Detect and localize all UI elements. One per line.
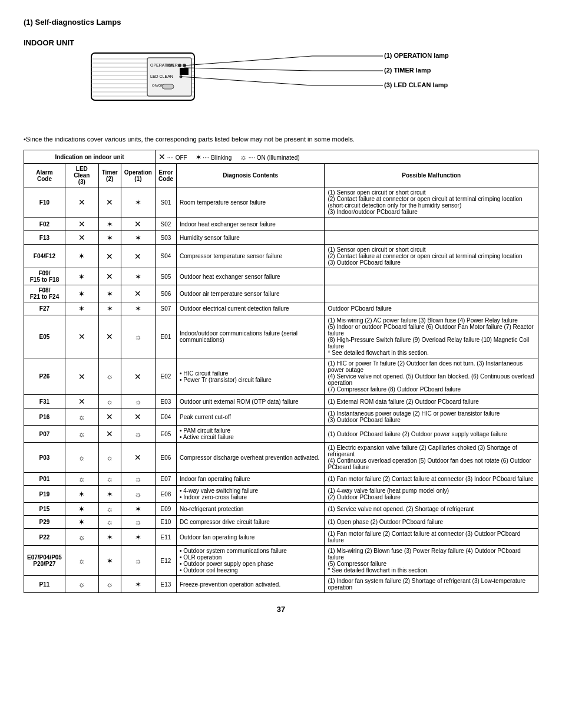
svg-line-25 (181, 77, 312, 85)
section-title: (1) Self-diagnostics Lamps (24, 18, 538, 27)
table-row: E05✕✕☼E01Indoor/outdoor communications f… (24, 315, 538, 358)
table-row: E07/P04/P05P20/P27☼✶☼E12• Outdoor system… (24, 546, 538, 576)
page-number: 37 (24, 605, 538, 614)
table-row: F27✶✶✶S07Outdoor electrical current dete… (24, 302, 538, 315)
alarm-code-col: AlarmCode (24, 164, 65, 187)
note-text: •Since the indications cover various uni… (24, 136, 538, 143)
svg-rect-16 (180, 68, 189, 75)
table-row: P22☼✶✶E11Outdoor fan operating failure(1… (24, 529, 538, 546)
table-row: P16☼✕✕E04Peak current cut-off(1) Instant… (24, 409, 538, 426)
svg-point-13 (178, 64, 181, 67)
table-row: P19✶✶☼E08• 4-way valve switching failure… (24, 486, 538, 503)
table-row: F02✕✶✕S02Indoor heat exchanger sensor fa… (24, 218, 538, 231)
svg-text:LED CLEAN: LED CLEAN (150, 74, 173, 78)
indoor-unit-label: INDOOR UNIT (24, 38, 74, 47)
malfunction-col: Possible Malfunction (325, 164, 538, 187)
table-row: F31✕☼☼E03Outdoor unit external ROM (OTP … (24, 395, 538, 409)
table-row: P03☼☼✕E06Compressor discharge overheat p… (24, 443, 538, 473)
diagram-section: INDOOR UNIT OPERATION TIMER (24, 38, 538, 121)
table-row: F04/F12✶✕✕S04Compressor temperature sens… (24, 245, 538, 268)
svg-line-23 (184, 68, 312, 71)
svg-text:(3) LED CLEAN lamp: (3) LED CLEAN lamp (384, 81, 448, 88)
diagnostics-table: Indication on indoor unit✕ ···· OFF ✶ ··… (24, 150, 538, 593)
timer-col: Timer(2) (98, 164, 121, 187)
error-code-col: ErrorCode (155, 164, 176, 187)
table-row: P01☼☼☼E07Indoor fan operating failure(1)… (24, 473, 538, 486)
led-clean-col: LED Clean(3) (65, 164, 98, 187)
svg-line-21 (184, 56, 312, 65)
table-row: P11☼☼✶E13Freeze-prevention operation act… (24, 576, 538, 593)
svg-text:TIMER: TIMER (165, 63, 178, 67)
table-row: F08/F21 to F24✶✶✕S06Outdoor air temperat… (24, 285, 538, 302)
svg-rect-20 (162, 84, 174, 89)
table-row: P26✕☼✕E02• HIC circuit failure• Power Tr… (24, 358, 538, 395)
svg-text:(1) OPERATION lamp: (1) OPERATION lamp (384, 52, 449, 59)
svg-text:(2) TIMER lamp: (2) TIMER lamp (384, 67, 431, 74)
table-row: P07☼✕☼E05• PAM circuit failure• Active c… (24, 426, 538, 443)
unit-diagram: OPERATION TIMER LED CLEAN ON/OFF ( (88, 38, 454, 121)
indoor-unit-svg: OPERATION TIMER LED CLEAN ON/OFF ( (88, 38, 454, 121)
table-row: F09/F15 to F18✶✕✶S05Outdoor heat exchang… (24, 268, 538, 285)
table-row: P15✶☼✶E09No-refrigerant protection(1) Se… (24, 503, 538, 516)
table-row: P29✶☼☼E10DC compressor drive circuit fai… (24, 516, 538, 529)
diagnosis-col: Diagnosis Contents (176, 164, 324, 187)
table-row: F10✕✕✶S01Room temperature sensor failure… (24, 187, 538, 218)
table-row: F13✕✶✶S03Humidity sensor failure (24, 231, 538, 245)
operation-col: Operation(1) (121, 164, 155, 187)
